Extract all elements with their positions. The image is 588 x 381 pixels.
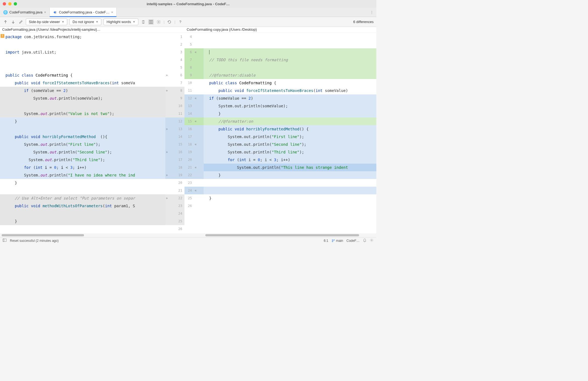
code-line[interactable]: public class CodeFormatting { [0,71,165,79]
code-line[interactable]: public void forceIfStatementsToHaveBrace… [204,87,376,94]
code-line[interactable]: public void horriblyFormattedMethod() { [204,125,376,133]
code-line[interactable] [0,187,165,194]
code-line[interactable]: import java.util.List; [0,48,165,56]
gutter-mark-left[interactable] [165,56,175,64]
gutter-mark-left[interactable] [165,79,175,87]
gutter-mark-left[interactable] [165,202,175,210]
code-line[interactable] [204,64,376,71]
line-number-right[interactable]: 23 [184,179,194,187]
code-line[interactable]: } [204,171,376,179]
code-line[interactable] [204,41,376,48]
gutter-mark-left[interactable] [165,117,175,125]
code-line[interactable] [0,125,165,133]
code-line[interactable]: for (int i = 0; i < 3; i++) [0,164,165,171]
refresh-icon[interactable] [167,19,172,25]
gutter-mark-left[interactable]: » [165,148,175,156]
line-number-right[interactable]: 4 [184,33,194,41]
gutter-mark-left[interactable]: » [165,125,175,133]
ignore-mode-dropdown[interactable]: Do not ignore ▼ [69,18,101,25]
code-line[interactable] [204,179,376,187]
gutter-mark-left[interactable] [165,141,175,148]
gutter-mark-right[interactable] [194,171,204,179]
line-number-left[interactable]: 19 [175,171,184,179]
gutter-mark-right[interactable]: « [194,48,204,56]
gutter-mark-left[interactable] [165,187,175,194]
line-number-right[interactable]: 8 [184,64,194,71]
code-line[interactable]: System.out.println("First line"); [0,141,165,148]
line-number-right[interactable]: 5 [184,41,194,48]
code-line[interactable]: System.out.println("I have no idea where… [0,171,165,179]
gutter-mark-left[interactable] [165,110,175,117]
line-number-left[interactable]: 9 [175,94,184,102]
gutter-mark-right[interactable] [194,79,204,87]
line-number-left[interactable]: 21 [175,187,184,194]
line-number-right[interactable]: 15 [184,117,194,125]
gutter-mark-right[interactable] [194,210,204,217]
gutter-mark-right[interactable] [194,156,204,164]
line-number-left[interactable]: 5 [175,64,184,71]
gutter-mark-right[interactable] [194,202,204,210]
left-hscroll[interactable] [0,233,165,237]
line-number-left[interactable]: 25 [175,217,184,225]
line-number-left[interactable]: 10 [175,102,184,110]
maximize-window-button[interactable] [14,2,17,5]
highlight-mode-dropdown[interactable]: Highlight words ▼ [103,18,138,25]
line-number-right[interactable] [184,217,194,225]
gutter-mark-left[interactable] [165,94,175,102]
line-number-left[interactable]: 17 [175,156,184,164]
gutter-mark-right[interactable] [194,194,204,202]
editor-tab-codeformatting[interactable]: C CodeFormatting.java × [0,8,50,17]
line-number-left[interactable]: 15 [175,141,184,148]
gutter-mark-right[interactable]: « [194,164,204,171]
right-code-pane[interactable]: ✔ // TODO this file needs formatting//@f… [204,33,376,233]
code-line[interactable] [204,33,376,41]
code-line[interactable] [0,102,165,110]
code-line[interactable] [204,48,376,56]
code-line[interactable]: System.out.println("Second line"); [204,141,376,148]
line-number-left[interactable]: 18 [175,164,184,171]
gutter-mark-right[interactable] [194,148,204,156]
line-number-right[interactable]: 11 [184,87,194,94]
line-number-right[interactable]: 25 [184,194,194,202]
code-line[interactable]: public void methodWithLotsOfParameters(i… [0,202,165,210]
close-window-button[interactable] [3,2,6,5]
gutter-mark-left[interactable]: » [165,194,175,202]
line-number-left[interactable]: 13 [175,125,184,133]
next-diff-button[interactable] [10,19,16,25]
code-line[interactable]: public void forceIfStatementsToHaveBrace… [0,79,165,87]
gutter-mark-left[interactable] [165,225,175,233]
close-tab-icon[interactable]: × [111,10,113,14]
gutter-mark-left[interactable] [165,179,175,187]
line-number-right[interactable]: 24 [184,187,194,194]
code-line[interactable]: System.out.println("First line"); [204,133,376,141]
code-line[interactable]: System.out.println("Third line"); [0,156,165,164]
line-number-left[interactable]: 22 [175,194,184,202]
line-number-left[interactable]: 20 [175,179,184,187]
line-number-left[interactable]: 11 [175,110,184,117]
line-number-right[interactable]: 20 [184,156,194,164]
line-number-left[interactable]: 16 [175,148,184,156]
edit-icon[interactable] [18,19,24,25]
code-line[interactable]: package com.jetbrains.formatting;! [0,33,165,41]
line-number-left[interactable]: 3 [175,48,184,56]
left-code-pane[interactable]: package com.jetbrains.formatting;!import… [0,33,165,233]
code-line[interactable]: System.out.println(someValue); [204,102,376,110]
code-line[interactable]: } [204,110,376,117]
code-line[interactable]: System.out.println("Value is not two"); [0,110,165,117]
prev-diff-button[interactable] [3,19,8,25]
gutter-mark-left[interactable] [165,102,175,110]
gutter-mark-right[interactable] [194,102,204,110]
gutter-mark-right[interactable] [194,225,204,233]
close-tab-icon[interactable]: × [44,10,46,14]
gutter-mark-right[interactable] [194,33,204,41]
line-number-right[interactable]: 18 [184,141,194,148]
line-number-right[interactable]: 21 [184,164,194,171]
line-number-right[interactable]: 16 [184,125,194,133]
code-line[interactable] [204,187,376,194]
gutter-mark-left[interactable] [165,156,175,164]
line-number-left[interactable]: 7 [175,79,184,87]
gutter-mark-right[interactable] [194,133,204,141]
gutter-mark-right[interactable] [194,125,204,133]
code-line[interactable] [0,225,165,233]
git-branch-widget[interactable]: main [332,239,343,243]
